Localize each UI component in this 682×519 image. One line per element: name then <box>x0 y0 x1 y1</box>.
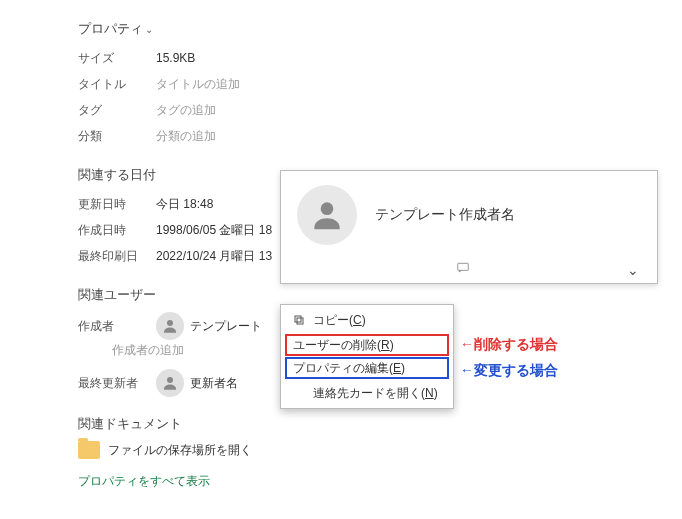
tag-label: タグ <box>78 102 156 119</box>
contact-hover-card: テンプレート作成者名 ⌄ <box>280 170 658 284</box>
menu-open-contact-card[interactable]: 連絡先カードを開く(N) <box>283 380 451 406</box>
printed-value: 2022/10/24 月曜日 13 <box>156 248 272 265</box>
avatar-icon <box>297 185 357 245</box>
menu-copy-label: コピー(C) <box>313 312 443 329</box>
svg-point-1 <box>167 377 173 383</box>
printed-label: 最終印刷日 <box>78 248 156 265</box>
menu-remove-user-label: ユーザーの削除(R) <box>293 337 441 354</box>
svg-point-2 <box>321 202 334 215</box>
documents-header: 関連ドキュメント <box>78 415 682 433</box>
open-file-location-label: ファイルの保存場所を開く <box>108 442 252 459</box>
menu-open-contact-label: 連絡先カードを開く(N) <box>313 385 443 402</box>
author-label: 作成者 <box>78 318 156 335</box>
menu-copy[interactable]: コピー(C) <box>283 307 451 333</box>
property-row-title: タイトル タイトルの追加 <box>78 72 682 96</box>
last-modified-user[interactable]: 更新者名 <box>156 369 238 397</box>
svg-rect-5 <box>295 316 301 322</box>
property-row-tag: タグ タグの追加 <box>78 98 682 122</box>
copy-icon <box>291 314 307 326</box>
avatar-icon <box>156 369 184 397</box>
last-modified-name: 更新者名 <box>190 375 238 392</box>
users-header: 関連ユーザー <box>78 286 682 304</box>
size-label: サイズ <box>78 50 156 67</box>
show-all-properties-link[interactable]: プロパティをすべて表示 <box>78 473 682 490</box>
menu-remove-user[interactable]: ユーザーの削除(R) <box>285 334 449 356</box>
contact-name: テンプレート作成者名 <box>375 206 515 224</box>
svg-point-0 <box>167 320 173 326</box>
title-label: タイトル <box>78 76 156 93</box>
size-value: 15.9KB <box>156 51 195 65</box>
last-modified-label: 最終更新者 <box>78 375 156 392</box>
folder-icon <box>78 441 100 459</box>
avatar-icon <box>156 312 184 340</box>
author-user[interactable]: テンプレート <box>156 312 262 340</box>
chevron-down-icon: ⌄ <box>145 24 153 35</box>
property-row-category: 分類 分類の追加 <box>78 124 682 148</box>
open-file-location[interactable]: ファイルの保存場所を開く <box>78 441 682 459</box>
created-label: 作成日時 <box>78 222 156 239</box>
properties-header-label: プロパティ <box>78 21 143 36</box>
chevron-down-icon[interactable]: ⌄ <box>627 262 639 278</box>
annotation-change: ←変更する場合 <box>460 362 558 380</box>
context-menu: コピー(C) ユーザーの削除(R) プロパティの編集(E) 連絡先カードを開く(… <box>280 304 454 409</box>
chat-icon[interactable] <box>455 261 471 278</box>
menu-edit-property[interactable]: プロパティの編集(E) <box>285 357 449 379</box>
svg-rect-3 <box>458 263 469 270</box>
svg-rect-4 <box>297 318 303 324</box>
annotation-delete: ←削除する場合 <box>460 336 558 354</box>
title-value[interactable]: タイトルの追加 <box>156 76 240 93</box>
created-value: 1998/06/05 金曜日 18 <box>156 222 272 239</box>
modified-label: 更新日時 <box>78 196 156 213</box>
tag-value[interactable]: タグの追加 <box>156 102 216 119</box>
menu-edit-property-label: プロパティの編集(E) <box>293 360 441 377</box>
author-name: テンプレート <box>190 318 262 335</box>
modified-value: 今日 18:48 <box>156 196 213 213</box>
category-label: 分類 <box>78 128 156 145</box>
properties-header[interactable]: プロパティ⌄ <box>78 20 682 38</box>
category-value[interactable]: 分類の追加 <box>156 128 216 145</box>
property-row-size: サイズ 15.9KB <box>78 46 682 70</box>
